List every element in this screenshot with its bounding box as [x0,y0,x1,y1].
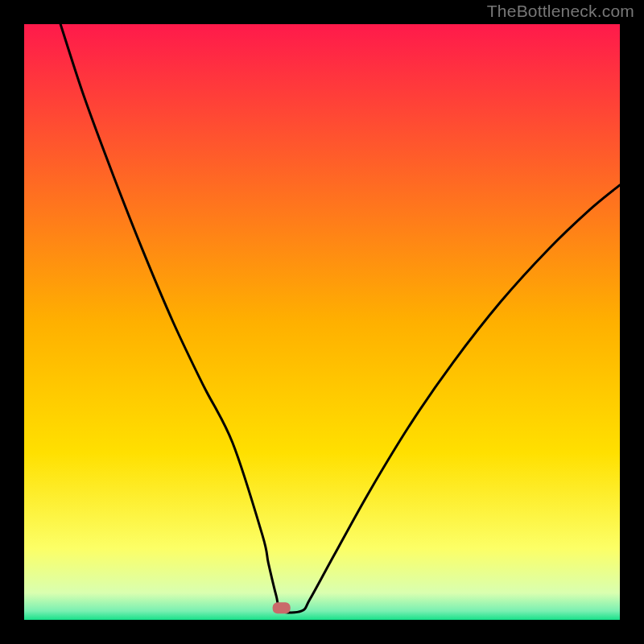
optimum-marker [273,602,291,613]
chart-svg [0,0,644,644]
watermark-text: TheBottleneck.com [487,2,634,21]
plot-area [24,24,620,620]
chart-frame: TheBottleneck.com [0,0,644,644]
